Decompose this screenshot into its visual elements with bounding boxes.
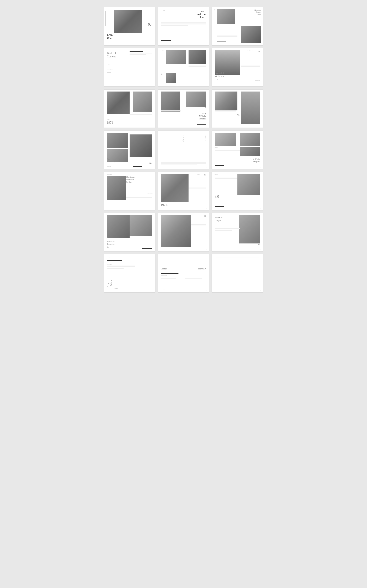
img-main-17 [161,215,191,247]
num-11: N.11 [114,287,118,289]
body-block-2 [161,22,206,36]
btn-12[interactable] [215,165,224,166]
text-block-9 [215,111,236,112]
page-num-12: 12 [260,167,261,168]
text-block-3 [217,35,237,38]
text-block-19 [107,265,135,269]
big-name-13: ChristopheBourdineuPerrine [126,176,152,183]
img-right-9 [241,92,260,124]
num-8: 8.0 [215,195,219,199]
label-sm-13: About Photograph [147,193,152,194]
text-line [189,187,206,187]
text-block-15 [215,178,237,180]
btn-8[interactable] [197,124,206,125]
btn-16[interactable] [142,248,152,249]
right-line [130,54,146,55]
btn-right-13[interactable] [142,195,152,196]
btn-5[interactable] [197,83,206,83]
num-vertical-3: 10. [214,9,216,11]
page-card-10: AnnHathaway 18s London Utmaat 10 [104,131,155,169]
text-line [191,225,206,225]
decade-label: 80s [201,10,204,13]
btn-10[interactable] [133,166,142,167]
num-04: 04. [204,107,206,109]
label-sm-9: T. Opuntler [215,109,218,110]
btn-contact-20[interactable] [161,273,178,274]
cta-btn-2[interactable] [161,40,171,41]
toc-line [107,70,130,70]
text-line [215,149,240,149]
author-label-19: About Photograph [107,264,112,265]
num-03-7: 03 [131,92,132,93]
img-top-left-3 [217,9,235,24]
body-line [161,22,206,23]
year-14: 1971. [161,203,168,207]
text-line [107,268,124,269]
page-num-13: 13 [152,208,153,209]
img-top-left-10 [107,133,128,148]
page-card-19: The Section About Photograph TheArticle … [104,254,155,292]
img-right-10 [130,135,152,157]
text-line [126,197,152,197]
label-right-6: About Photograph [255,80,260,81]
page-num-9: 9 [261,126,261,127]
img-main-7 [107,92,130,114]
welcome-title: Welcome,Robert [197,13,206,18]
text-line [217,36,237,37]
page-num-8: 8 [207,126,208,127]
img-top-left-12 [215,133,236,146]
page-card-8: 04. NatryNaïlodiaTechnika Issue 003.04 8 [158,89,209,128]
text-block-right-20 [185,277,206,279]
text-block-17 [191,224,206,227]
text-line [107,267,135,267]
vintage-text: Vintage [183,135,184,142]
page-num-16: 16 [152,249,153,250]
img-right-15 [237,174,260,195]
natry-title: NatryNaïlodiaTechnika [199,112,206,120]
page-num-15: 15 [260,208,261,209]
num-06: 10. [204,174,206,176]
text-line [215,229,240,229]
btn-15[interactable] [215,206,224,207]
img-bottom-right-12 [240,147,260,156]
label-05: Issue 003.04 [161,50,164,51]
num-left-13: About Photograph [107,174,112,175]
page-card-21: 21 [212,254,263,292]
num-20: 20. [258,50,260,53]
text-line [130,116,152,116]
text-line [161,278,182,278]
body-line [161,23,206,24]
img-right-5 [189,50,206,64]
page-card-17: 09. Tufar Table 17 [158,213,209,251]
text-line [189,67,206,67]
nastasian-title: NastasianTechnika [107,240,115,245]
text-line [241,68,254,68]
img-top-right-16 [130,215,152,236]
text-line [215,150,240,150]
num-02: 02. [161,73,163,75]
text-line [215,112,236,112]
img-top-right-12 [240,133,260,146]
toc-line [107,65,130,65]
toc-btn-2[interactable] [107,72,111,72]
summary-label: Summary [198,267,206,270]
btn-3[interactable] [217,42,226,42]
page-num-7: 7 [153,126,154,127]
inner-border-21 [216,257,259,289]
text-line [185,277,206,277]
right-btn-4[interactable] [130,51,143,52]
text-line [215,179,237,179]
body-line [161,25,206,25]
text-block-13 [126,197,152,199]
text-line [217,37,231,37]
page-card-12: la ArtificialHispana Issue 003.04 12 [212,131,263,169]
right-line [130,53,152,54]
page-num-6: 6 [261,85,261,85]
right-line [130,53,152,53]
btn-top-19[interactable] [107,260,122,261]
toc-btn-1[interactable] [107,67,111,67]
page-card-13: About Photograph ChristopheBourdineuPerr… [104,172,155,210]
text-line [107,266,135,267]
num-03: 03. [148,22,152,26]
title-vic: BeautifulVictorianGirl [215,72,224,81]
